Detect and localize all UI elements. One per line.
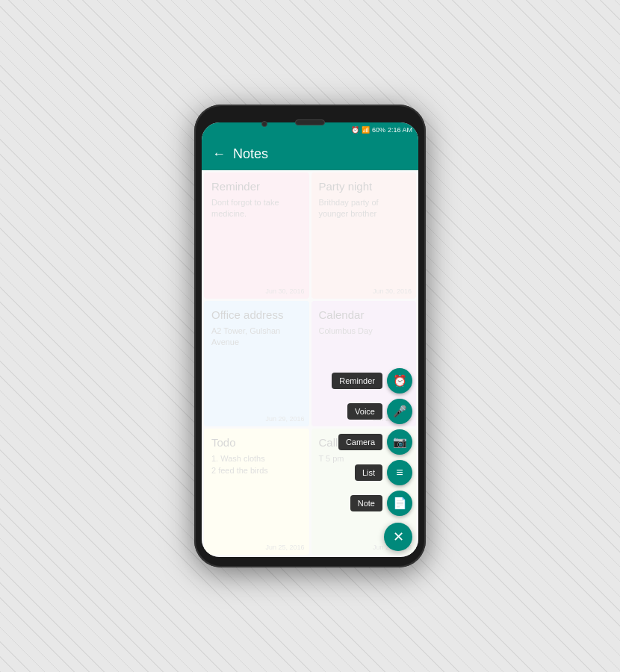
- fab-note-label: Note: [350, 495, 382, 511]
- note-card-party[interactable]: Party night Brithday party of younger br…: [311, 172, 417, 299]
- alarm-icon: ⏰: [393, 374, 407, 388]
- phone-screen: ⏰ 📶 60% 2:16 AM ← Notes Reminder Dont fo…: [202, 122, 418, 557]
- phone-speaker: [295, 119, 325, 125]
- fab-list-label: List: [355, 464, 382, 481]
- fab-option-list[interactable]: List ≡: [355, 460, 412, 485]
- fab-option-camera[interactable]: Camera 📷: [338, 429, 412, 455]
- alarm-icon: ⏰: [351, 126, 359, 134]
- phone-device: ⏰ 📶 60% 2:16 AM ← Notes Reminder Dont fo…: [194, 105, 426, 567]
- camera-icon: 📷: [393, 435, 407, 449]
- fab-speed-dial: Reminder ⏰ Voice 🎤 Camera 📷: [332, 368, 412, 551]
- list-icon: ≡: [396, 466, 403, 479]
- note-date: Jun 29, 2016: [265, 415, 304, 423]
- battery-icon: 60%: [372, 126, 385, 134]
- page-title: Notes: [233, 146, 268, 162]
- note-title: Party night: [319, 180, 409, 193]
- note-title: Calendar: [319, 308, 409, 322]
- status-icons: ⏰ 📶 60% 2:16 AM: [351, 126, 412, 134]
- time-display: 2:16 AM: [388, 126, 412, 134]
- fab-voice-label: Voice: [347, 403, 382, 420]
- app-bar: ← Notes: [202, 137, 418, 170]
- note-card-todo[interactable]: Todo 1. Wash cloths 2 feed the birds Jun…: [204, 429, 309, 555]
- note-title: Office address: [211, 308, 302, 322]
- note-icon: 📄: [393, 497, 407, 510]
- fab-option-voice[interactable]: Voice 🎤: [347, 399, 412, 424]
- note-content: Dont forgot to take medicine.: [211, 197, 302, 220]
- fab-camera-button[interactable]: 📷: [387, 429, 412, 455]
- close-icon: ✕: [393, 529, 404, 545]
- microphone-icon: 🎤: [393, 405, 407, 418]
- note-title: Todo: [211, 436, 302, 449]
- fab-list-button[interactable]: ≡: [387, 460, 412, 485]
- fab-close-button[interactable]: ✕: [384, 523, 412, 551]
- phone-camera: [261, 121, 267, 127]
- fab-camera-label: Camera: [338, 434, 382, 450]
- note-content: Brithday party of younger brother: [319, 197, 409, 220]
- note-date: Jun 30, 2016: [373, 287, 412, 295]
- note-card-reminder[interactable]: Reminder Dont forgot to take medicine. J…: [204, 172, 309, 299]
- note-content: 1. Wash cloths 2 feed the birds: [211, 453, 302, 476]
- note-date: Jun 25, 2016: [265, 544, 304, 551]
- signal-icon: 📶: [362, 126, 370, 134]
- note-card-office[interactable]: Office address A2 Tower, Gulshan Avenue …: [204, 301, 309, 427]
- fab-reminder-button[interactable]: ⏰: [387, 368, 412, 393]
- fab-option-note[interactable]: Note 📄: [350, 491, 412, 516]
- note-title: Reminder: [211, 180, 302, 193]
- note-content: A2 Tower, Gulshan Avenue: [211, 326, 302, 349]
- fab-option-reminder[interactable]: Reminder ⏰: [332, 368, 412, 393]
- fab-note-button[interactable]: 📄: [387, 491, 412, 516]
- note-date: Jun 30, 2016: [265, 287, 304, 295]
- fab-reminder-label: Reminder: [332, 373, 382, 389]
- note-content: Columbus Day: [319, 326, 409, 337]
- notes-grid: Reminder Dont forgot to take medicine. J…: [202, 170, 418, 557]
- fab-voice-button[interactable]: 🎤: [387, 399, 412, 424]
- back-button[interactable]: ←: [212, 146, 226, 162]
